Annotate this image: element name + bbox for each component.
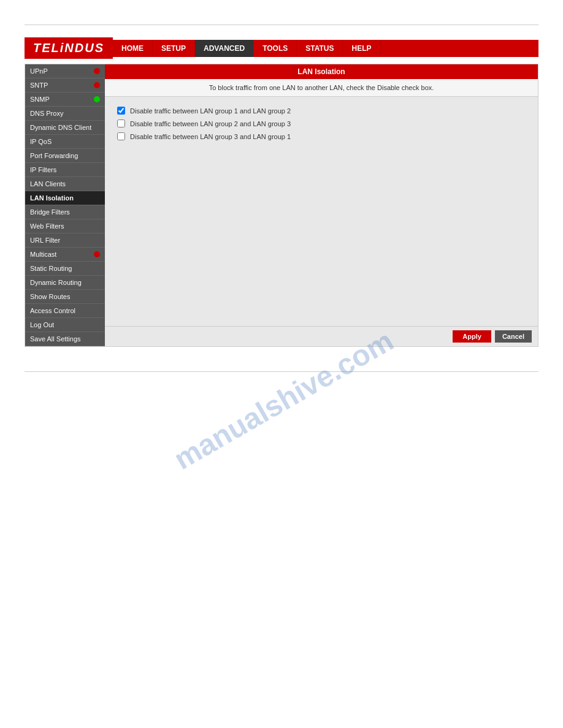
watermark: manualshive.com	[168, 324, 399, 476]
sidebar-label: IP QoS	[30, 138, 52, 145]
sidebar-label: Show Routes	[30, 293, 70, 300]
sidebar-label: LAN Isolation	[30, 194, 74, 202]
sidebar-item-lan-clients[interactable]: LAN Clients	[25, 177, 105, 191]
sidebar-label: SNTP	[30, 82, 48, 89]
sidebar-item-url-filter[interactable]: URL Filter	[25, 233, 105, 248]
content-footer: Apply Cancel	[105, 326, 538, 346]
sidebar-label: URL Filter	[30, 237, 60, 244]
sidebar-item-multicast[interactable]: Multicast	[25, 248, 105, 262]
checkbox-label: Disable traffic between LAN group 2 and …	[130, 120, 291, 127]
sidebar-label: Log Out	[30, 321, 54, 328]
content-area: LAN Isolation To block traffic from one …	[105, 64, 538, 346]
main-layout: manualshive.com UPnPSNTPSNMPDNS ProxyDyn…	[25, 64, 538, 347]
sidebar-item-upnp[interactable]: UPnP	[25, 64, 105, 78]
sidebar-label: IP Filters	[30, 166, 56, 173]
checkbox-label: Disable traffic between LAN group 1 and …	[130, 107, 291, 115]
checkbox-cb3[interactable]	[117, 132, 125, 140]
checkbox-label: Disable traffic between LAN group 3 and …	[130, 133, 291, 140]
sidebar-item-dns-proxy[interactable]: DNS Proxy	[25, 107, 105, 121]
nav-item-help[interactable]: HELP	[343, 40, 380, 57]
checkbox-row: Disable traffic between LAN group 1 and …	[117, 107, 526, 115]
sidebar-item-web-filters[interactable]: Web Filters	[25, 219, 105, 233]
sidebar-label: Multicast	[30, 251, 56, 258]
checkbox-cb2[interactable]	[117, 119, 125, 127]
cancel-button[interactable]: Cancel	[495, 330, 532, 343]
nav-item-advanced[interactable]: ADVANCED	[195, 40, 254, 57]
sidebar-item-static-routing[interactable]: Static Routing	[25, 262, 105, 276]
sidebar-label: Web Filters	[30, 222, 64, 230]
sidebar-item-lan-isolation[interactable]: LAN Isolation	[25, 191, 105, 205]
status-dot-green	[94, 96, 100, 102]
checkbox-row: Disable traffic between LAN group 2 and …	[117, 119, 526, 127]
status-dot-red	[94, 82, 100, 88]
sidebar-item-sntp[interactable]: SNTP	[25, 78, 105, 93]
nav-item-setup[interactable]: SETUP	[153, 40, 195, 57]
logo-text: TELiNDUS	[33, 41, 104, 55]
nav-item-status[interactable]: STATUS	[297, 40, 343, 57]
sidebar-label: SNMP	[30, 96, 50, 103]
sidebar-label: LAN Clients	[30, 180, 66, 188]
sidebar-item-dynamic-routing[interactable]: Dynamic Routing	[25, 276, 105, 290]
checkbox-row: Disable traffic between LAN group 3 and …	[117, 132, 526, 140]
header: TELiNDUS HOMESETUPADVANCEDTOOLSSTATUSHEL…	[25, 37, 538, 59]
sidebar-label: Port Forwarding	[30, 152, 78, 159]
sidebar-label: Access Control	[30, 307, 75, 314]
checkbox-cb1[interactable]	[117, 107, 125, 115]
sidebar-item-bridge-filters[interactable]: Bridge Filters	[25, 205, 105, 219]
sidebar-label: Static Routing	[30, 265, 72, 272]
sidebar-label: DNS Proxy	[30, 110, 63, 117]
nav-item-home[interactable]: HOME	[113, 40, 153, 57]
sidebar-item-dynamic-dns-client[interactable]: Dynamic DNS Client	[25, 121, 105, 135]
sidebar-label: Bridge Filters	[30, 208, 70, 216]
sidebar-item-port-forwarding[interactable]: Port Forwarding	[25, 149, 105, 163]
status-dot-red	[94, 251, 100, 257]
sidebar: UPnPSNTPSNMPDNS ProxyDynamic DNS ClientI…	[25, 64, 105, 346]
sidebar-label: Dynamic DNS Client	[30, 124, 91, 131]
content-description: To block traffic from one LAN to another…	[105, 79, 538, 97]
sidebar-label: Dynamic Routing	[30, 279, 82, 286]
sidebar-item-save-all-settings[interactable]: Save All Settings	[25, 332, 105, 346]
content-body: Disable traffic between LAN group 1 and …	[105, 97, 538, 326]
nav-bar: HOMESETUPADVANCEDTOOLSSTATUSHELP	[113, 40, 538, 57]
sidebar-item-snmp[interactable]: SNMP	[25, 93, 105, 107]
sidebar-item-ip-qos[interactable]: IP QoS	[25, 135, 105, 149]
status-dot-red	[94, 68, 100, 74]
sidebar-item-log-out[interactable]: Log Out	[25, 318, 105, 332]
sidebar-label: UPnP	[30, 67, 48, 75]
apply-button[interactable]: Apply	[453, 330, 491, 343]
nav-item-tools[interactable]: TOOLS	[254, 40, 297, 57]
sidebar-item-access-control[interactable]: Access Control	[25, 304, 105, 318]
content-title: LAN Isolation	[105, 64, 538, 79]
sidebar-label: Save All Settings	[30, 335, 81, 343]
logo: TELiNDUS	[25, 37, 113, 59]
sidebar-item-ip-filters[interactable]: IP Filters	[25, 163, 105, 177]
sidebar-item-show-routes[interactable]: Show Routes	[25, 290, 105, 304]
